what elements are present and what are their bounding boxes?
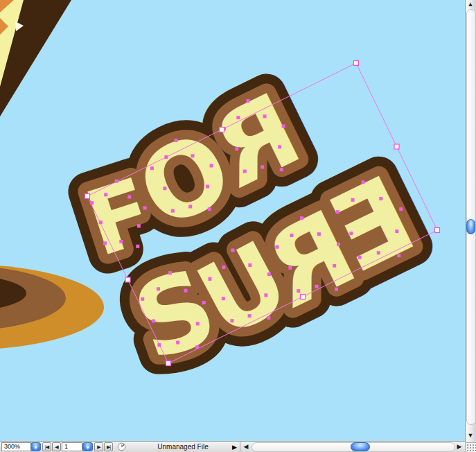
bottom-chrome: 300% ▼ |◀ ◀ 1 ▼ ▶ ▶| Unmanaged File ▶ ◀ … (0, 441, 465, 452)
anchor-point[interactable] (127, 195, 131, 199)
last-page-button[interactable]: ▶| (104, 442, 113, 451)
anchor-point[interactable] (195, 345, 199, 349)
anchor-point[interactable] (191, 154, 195, 157)
previous-page-button[interactable]: ◀ (52, 442, 61, 451)
anchor-point[interactable] (174, 139, 177, 142)
vertical-scrollbar-thumb[interactable] (466, 219, 475, 234)
anchor-point[interactable] (184, 289, 187, 293)
horizontal-scrollbar[interactable]: ◀ ▶ (240, 442, 465, 452)
anchor-point[interactable] (297, 289, 300, 293)
anchor-point[interactable] (152, 320, 155, 323)
anchor-point[interactable] (164, 155, 168, 159)
next-page-button[interactable]: ▶ (94, 442, 103, 451)
anchor-point[interactable] (264, 293, 267, 297)
selection-handle[interactable] (301, 295, 306, 299)
anchor-point[interactable] (267, 272, 271, 276)
anchor-point[interactable] (137, 224, 141, 227)
horizontal-scrollbar-thumb[interactable] (351, 442, 370, 451)
anchor-point[interactable] (230, 319, 233, 322)
version-cue-status-icon[interactable] (117, 442, 126, 451)
anchor-point[interactable] (208, 207, 211, 211)
anchor-point[interactable] (222, 266, 225, 269)
anchor-point[interactable] (317, 232, 321, 236)
anchor-point[interactable] (395, 229, 398, 233)
page-popup-button[interactable]: ▼ (82, 442, 93, 451)
anchor-point[interactable] (246, 99, 249, 103)
scroll-up-arrow-icon[interactable]: ▲ (465, 1, 476, 8)
anchor-point[interactable] (208, 277, 211, 281)
anchor-point[interactable] (335, 288, 338, 291)
anchor-point[interactable] (115, 180, 118, 183)
anchor-point[interactable] (282, 124, 285, 128)
anchor-point[interactable] (150, 166, 154, 170)
anchor-point[interactable] (171, 209, 175, 213)
anchor-point[interactable] (362, 180, 365, 184)
anchor-point[interactable] (196, 322, 200, 325)
anchor-point[interactable] (263, 114, 267, 118)
anchor-point[interactable] (248, 314, 252, 318)
anchor-point[interactable] (206, 184, 209, 188)
scroll-right-arrow-icon[interactable]: ▶ (456, 444, 463, 450)
anchor-point[interactable] (90, 201, 94, 205)
anchor-point[interactable] (248, 263, 252, 267)
vertical-scrollbar[interactable]: ▲ ▼ (465, 0, 476, 442)
selection-handle[interactable] (435, 228, 440, 233)
illustrator-document-window: FORSUREFORSUREFORSURE ▲ ▼ 300% ▼ |◀ ◀ 1 … (0, 0, 476, 452)
anchor-point[interactable] (119, 240, 123, 243)
anchor-point[interactable] (261, 165, 264, 168)
anchor-point[interactable] (397, 254, 400, 257)
anchor-point[interactable] (315, 285, 319, 288)
anchor-point[interactable] (231, 248, 234, 252)
selection-handle[interactable] (125, 277, 130, 282)
selection-handle[interactable] (394, 144, 399, 149)
status-popup-arrow-icon[interactable]: ▶ (232, 444, 237, 451)
anchor-point[interactable] (210, 164, 213, 167)
anchor-point[interactable] (351, 198, 355, 202)
selection-handle[interactable] (220, 128, 224, 132)
anchor-point[interactable] (188, 205, 192, 208)
anchor-point[interactable] (337, 243, 340, 246)
anchor-point[interactable] (278, 145, 281, 148)
anchor-point[interactable] (235, 147, 238, 150)
anchor-point[interactable] (399, 207, 403, 211)
anchor-point[interactable] (222, 297, 225, 300)
zoom-popup-button[interactable]: ▼ (30, 442, 41, 451)
anchor-point[interactable] (267, 316, 270, 320)
anchor-point[interactable] (136, 245, 139, 248)
vertical-scrollbar-track[interactable] (466, 9, 476, 425)
selection-handle[interactable] (354, 61, 359, 66)
anchor-point[interactable] (157, 343, 161, 347)
anchor-point[interactable] (300, 216, 303, 220)
first-page-button[interactable]: |◀ (42, 442, 51, 451)
zoom-level-field[interactable]: 300% (1, 442, 31, 451)
anchor-point[interactable] (168, 271, 172, 275)
artboard-canvas[interactable]: FORSUREFORSUREFORSURE (0, 0, 465, 441)
selection-handle[interactable] (166, 361, 171, 366)
anchor-point[interactable] (333, 264, 336, 268)
anchor-point[interactable] (280, 168, 283, 171)
anchor-point[interactable] (163, 186, 166, 190)
selection-handle[interactable] (85, 194, 90, 199)
anchor-point[interactable] (379, 197, 382, 200)
anchor-point[interactable] (104, 193, 107, 196)
anchor-point[interactable] (243, 170, 247, 173)
anchor-point[interactable] (99, 220, 103, 224)
window-resize-grip[interactable] (465, 442, 476, 452)
scroll-left-arrow-icon[interactable]: ◀ (243, 444, 249, 450)
anchor-point[interactable] (290, 234, 293, 237)
scroll-down-arrow-icon[interactable]: ▼ (465, 433, 476, 439)
anchor-point[interactable] (157, 287, 160, 290)
anchor-point[interactable] (103, 241, 107, 245)
anchor-point[interactable] (288, 266, 292, 270)
anchor-point[interactable] (349, 232, 353, 235)
anchor-point[interactable] (202, 301, 206, 304)
anchor-point[interactable] (141, 297, 144, 301)
anchor-point[interactable] (275, 245, 279, 249)
page-number-field[interactable]: 1 (62, 442, 82, 451)
anchor-point[interactable] (358, 256, 362, 259)
anchor-point[interactable] (236, 116, 240, 119)
anchor-point[interactable] (336, 210, 340, 214)
anchor-point[interactable] (143, 206, 147, 209)
anchor-point[interactable] (377, 251, 380, 254)
anchor-point[interactable] (176, 341, 179, 345)
